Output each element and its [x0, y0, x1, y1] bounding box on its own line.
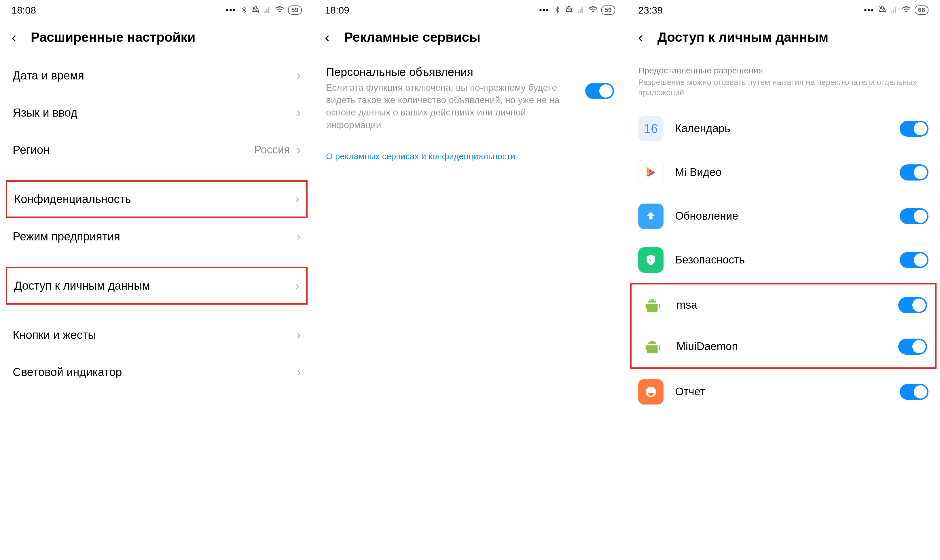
- row-privacy[interactable]: Конфиденциальность ›: [7, 182, 306, 217]
- status-icons: ••• 59: [539, 5, 615, 16]
- page-header: ‹ Расширенные настройки: [0, 20, 313, 57]
- chevron-right-icon: ›: [297, 106, 301, 119]
- toggle-switch[interactable]: [900, 252, 928, 268]
- android-icon: [640, 334, 665, 359]
- screen-personal-data-access: 23:39 ••• 66 ‹ Доступ к личным данным Пр…: [627, 0, 940, 560]
- status-time: 23:39: [638, 5, 663, 16]
- page-title: Расширенные настройки: [31, 29, 195, 45]
- toggle-text: Персональные объявления Если эта функция…: [326, 66, 585, 131]
- toggle-switch[interactable]: [900, 384, 928, 400]
- more-icon: •••: [539, 5, 549, 15]
- chevron-right-icon: ›: [297, 366, 301, 378]
- row-label: Режим предприятия: [13, 230, 297, 243]
- page-title: Рекламные сервисы: [344, 29, 481, 45]
- toggle-switch[interactable]: [898, 338, 927, 355]
- app-name: Календарь: [675, 122, 900, 135]
- section-subtitle: Разрешение можно отозвать путем нажатия …: [627, 77, 940, 107]
- toggle-switch[interactable]: [585, 83, 614, 99]
- toggle-switch[interactable]: [900, 208, 928, 224]
- status-time: 18:09: [325, 5, 349, 16]
- row-label: Конфиденциальность: [14, 192, 295, 206]
- toggle-description: Если эта функция отключена, вы по-прежне…: [326, 82, 574, 131]
- signal-icon: [577, 5, 585, 16]
- app-name: Безопасность: [675, 254, 900, 266]
- row-language[interactable]: Язык и ввод ›: [0, 94, 313, 131]
- screen-ad-services: 18:09 ••• 59 ‹ Рекламные сервисы Персона…: [313, 0, 627, 560]
- settings-list: Дата и время › Язык и ввод › Регион Росс…: [0, 57, 313, 560]
- section-header: Предоставленные разрешения: [627, 57, 940, 77]
- row-label: Кнопки и жесты: [13, 329, 297, 342]
- status-bar: 23:39 ••• 66: [627, 0, 940, 20]
- chevron-right-icon: ›: [297, 69, 301, 82]
- chevron-right-icon: ›: [297, 329, 301, 342]
- row-region[interactable]: Регион Россия ›: [0, 131, 313, 168]
- toggle-title: Персональные объявления: [326, 66, 574, 78]
- chevron-right-icon: ›: [297, 230, 301, 243]
- video-icon: [638, 160, 663, 185]
- mute-icon: [565, 5, 573, 16]
- app-name: Обновление: [675, 210, 900, 222]
- calendar-icon: 16: [638, 116, 663, 142]
- back-button[interactable]: ‹: [12, 29, 17, 46]
- back-button[interactable]: ‹: [325, 29, 330, 46]
- row-label: Доступ к личным данным: [14, 279, 295, 292]
- status-time: 18:08: [12, 5, 36, 16]
- wifi-icon: [589, 5, 597, 16]
- app-name: msa: [677, 299, 898, 311]
- row-personal-data[interactable]: Доступ к личным данным ›: [7, 268, 306, 303]
- svg-point-3: [650, 300, 651, 301]
- bluetooth-icon: [240, 5, 248, 16]
- back-button[interactable]: ‹: [638, 29, 643, 46]
- status-bar: 18:09 ••• 59: [313, 0, 627, 20]
- wifi-icon: [275, 5, 284, 16]
- svg-point-6: [654, 342, 655, 343]
- signal-icon: [891, 5, 898, 16]
- battery-indicator: 66: [915, 5, 928, 15]
- status-icons: ••• 59: [226, 5, 302, 16]
- page-title: Доступ к личным данным: [657, 29, 829, 45]
- screen-advanced-settings: 18:08 ••• 59 ‹ Расширенные настройки Дат…: [0, 0, 313, 560]
- app-row-update[interactable]: Обновление: [627, 194, 940, 238]
- app-row-msa[interactable]: msa: [632, 285, 935, 326]
- battery-indicator: 59: [288, 5, 302, 15]
- highlight-privacy: Конфиденциальность ›: [6, 180, 308, 218]
- app-row-mivideo[interactable]: Mi Видео: [627, 151, 940, 194]
- highlight-msa-miuidaemon: msa MiuiDaemon: [630, 283, 937, 369]
- app-row-calendar[interactable]: 16 Календарь: [627, 107, 940, 151]
- app-name: Mi Видео: [675, 166, 900, 178]
- row-label: Язык и ввод: [13, 106, 297, 119]
- app-row-security[interactable]: Безопасность: [627, 238, 940, 282]
- status-bar: 18:08 ••• 59: [0, 0, 313, 20]
- svg-point-4: [654, 300, 655, 301]
- wifi-icon: [902, 5, 911, 16]
- toggle-switch[interactable]: [900, 165, 928, 180]
- android-icon: [640, 292, 665, 318]
- divider: [0, 310, 313, 311]
- toggle-switch[interactable]: [898, 297, 927, 313]
- svg-point-5: [650, 342, 651, 343]
- row-enterprise[interactable]: Режим предприятия ›: [0, 218, 313, 255]
- row-datetime[interactable]: Дата и время ›: [0, 57, 313, 94]
- report-icon: [638, 379, 663, 405]
- more-icon: •••: [226, 5, 236, 15]
- shield-icon: [638, 247, 663, 273]
- chevron-right-icon: ›: [295, 192, 299, 206]
- chevron-right-icon: ›: [297, 143, 301, 156]
- row-label: Регион: [13, 143, 254, 156]
- row-buttons-gestures[interactable]: Кнопки и жесты ›: [0, 317, 313, 354]
- row-personal-ads[interactable]: Персональные объявления Если эта функция…: [313, 57, 627, 137]
- row-led[interactable]: Световой индикатор ›: [0, 354, 313, 391]
- app-row-report[interactable]: Отчет: [627, 370, 940, 414]
- app-row-miuidaemon[interactable]: MiuiDaemon: [632, 326, 935, 368]
- app-name: Отчет: [675, 386, 900, 398]
- bluetooth-icon: [554, 5, 561, 16]
- row-value: Россия: [254, 144, 290, 156]
- page-header: ‹ Доступ к личным данным: [627, 20, 940, 57]
- update-icon: [638, 203, 663, 229]
- mute-icon: [252, 5, 260, 16]
- divider: [0, 261, 313, 261]
- privacy-link[interactable]: О рекламных сервисах и конфиденциальност…: [313, 137, 627, 175]
- toggle-switch[interactable]: [900, 121, 928, 137]
- mute-icon: [878, 5, 886, 16]
- more-icon: •••: [864, 5, 874, 15]
